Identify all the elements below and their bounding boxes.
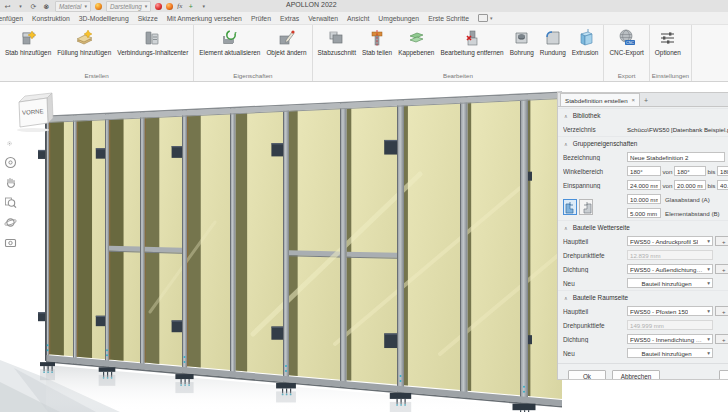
menu-tab-extras[interactable]: Extras — [280, 15, 299, 22]
menu-tab-skizze[interactable]: Skizze — [138, 15, 158, 22]
redo-icon[interactable]: ▾ — [16, 2, 25, 11]
bohrung-button[interactable]: Bohrung — [507, 27, 537, 70]
cancel-button[interactable]: Abbrechen — [612, 370, 660, 380]
zoom-icon[interactable] — [4, 196, 17, 209]
neu-bauteil-hinzuf-gen-dropdown[interactable]: Bauteil hinzufügen▾ — [627, 348, 713, 358]
close-icon[interactable]: × — [632, 97, 636, 103]
dichtung-dropdown[interactable]: FWS50 - Innendichtung 9mm▾ — [627, 334, 713, 344]
facade-3d-model[interactable] — [0, 82, 562, 412]
update-icon[interactable]: ⟳ — [29, 2, 38, 11]
viewcube-shadow — [17, 128, 49, 132]
material-combobox[interactable]: Material ▾ — [55, 1, 91, 12]
profile-seat-right-button[interactable] — [579, 199, 593, 215]
bearbeitung-entfernen-button[interactable]: Bearbeitung entfernen — [437, 27, 506, 70]
menu-tab-erste-schritte[interactable]: Erste Schritte — [428, 15, 469, 22]
einspannung-value-input[interactable] — [627, 180, 661, 190]
ribbon-group-label: Erstellen — [2, 70, 191, 81]
chevron-down-icon: ▾ — [145, 3, 148, 9]
options-icon — [658, 28, 677, 47]
remove-edit-icon — [463, 28, 482, 47]
apply-button-partial[interactable] — [719, 370, 728, 380]
chevron-down-icon: ▾ — [707, 308, 710, 314]
settings-gear-icon[interactable] — [6, 140, 15, 149]
menu-tab-3d-modellierung[interactable]: 3D-Modellierung — [79, 15, 129, 22]
steering-wheel-icon[interactable] — [4, 156, 17, 169]
stab-hinzuf-gen-button[interactable]: Stab hinzufügen — [2, 27, 54, 70]
add-component-button[interactable]: + — [715, 236, 728, 246]
hauptteil-dropdown[interactable]: FWS50 - Andruckprofil SI▾ — [627, 236, 713, 246]
menu-tab-verwalten[interactable]: Verwalten — [308, 15, 338, 22]
material-combobox-value: Material — [59, 3, 81, 10]
ok-button[interactable]: Ok — [568, 370, 606, 380]
range-word: bis — [706, 182, 717, 189]
extrusion-button[interactable]: Extrusion — [569, 27, 602, 70]
menu-tab-umgebungen[interactable]: Umgebungen — [378, 15, 419, 22]
stab-add-icon — [19, 28, 38, 47]
field-label: Hauptteil — [563, 238, 627, 245]
add-icon[interactable]: + — [186, 2, 195, 11]
add-component-button[interactable]: + — [715, 264, 728, 274]
content-center-icon — [143, 28, 162, 47]
verbindungs-inhaltcenter-button[interactable]: Verbindungs-Inhaltcenter — [114, 27, 191, 70]
darstellung-combobox[interactable]: Darstellung ▾ — [106, 1, 151, 12]
elementabstand-b-input[interactable] — [627, 208, 661, 218]
look-at-icon[interactable] — [4, 236, 17, 249]
dichtung-dropdown[interactable]: FWS50 - Außendichtung 5mm▾ — [627, 264, 713, 274]
undo-icon[interactable]: ↩ — [3, 2, 12, 11]
kappebenen-button[interactable]: Kappebenen — [395, 27, 437, 70]
viewport-3d[interactable]: VORNE — [0, 82, 562, 412]
stabzuschnitt-button[interactable]: Stabzuschnitt — [315, 27, 359, 70]
distance-fields: Glasabstand (A)Elementabstand (B) — [627, 192, 728, 220]
cnc-export-button[interactable]: CNCCNC-Export — [606, 27, 646, 70]
einspannung-min-input[interactable] — [674, 180, 706, 190]
hauptteil-dropdown[interactable]: FWS50 - Pfosten 150▾ — [627, 306, 713, 316]
render-icon[interactable]: ⊗ — [42, 2, 51, 11]
field-label: Einspannung — [563, 182, 627, 189]
panel-row-hauptteil: HauptteilFWS50 - Pfosten 150▾+ — [558, 304, 728, 318]
menu-tab-ansicht[interactable]: Ansicht — [347, 15, 369, 22]
drehpunkttiefe-input — [627, 250, 713, 260]
objekt-ndern-button[interactable]: Objekt ändern — [263, 27, 309, 70]
appearance-sphere-icon[interactable] — [95, 3, 102, 10]
element-aktualisieren-button[interactable]: Element aktualisieren — [196, 27, 263, 70]
winkelbereich-value-input[interactable] — [627, 166, 661, 176]
collapse-chevron-icon[interactable]: ∧ — [564, 295, 568, 301]
new-tab-button[interactable]: + — [640, 95, 652, 106]
collapse-chevron-icon[interactable]: ∧ — [564, 141, 568, 147]
collapse-chevron-icon[interactable]: ∧ — [564, 225, 568, 231]
menu-tab-zusammenf-gen[interactable]: Zusammenfügen — [0, 15, 23, 22]
menu-tab-pr-fen[interactable]: Prüfen — [251, 15, 271, 22]
panel-row-neu: NeuBauteil hinzufügen▾ — [558, 276, 728, 290]
bezeichnung-input[interactable] — [627, 152, 725, 162]
tab-stabdefinition-erstellen[interactable]: Stabdefinition erstellen × — [560, 93, 640, 106]
winkelbereich-max-input[interactable] — [717, 166, 728, 176]
parameters-fx-icon[interactable]: fx — [177, 2, 182, 10]
f-llung-hinzuf-gen-button[interactable]: Füllung hinzufügen — [54, 27, 114, 70]
color-sphere-icon[interactable] — [155, 3, 162, 10]
profile-seat-left-button[interactable] — [563, 199, 577, 215]
section-header-bauteile-wetterseite[interactable]: ∧Bauteile Wetterseite — [558, 220, 728, 234]
texture-sphere-icon[interactable] — [166, 3, 173, 10]
add-component-button[interactable]: + — [715, 334, 728, 344]
ribbon-display-options-button[interactable]: ▾ — [478, 14, 493, 22]
rundung-button[interactable]: Rundung — [537, 27, 569, 70]
navigation-bar — [2, 140, 18, 249]
fill-add-icon — [75, 28, 94, 47]
menu-tab-konstruktion[interactable]: Konstruktion — [32, 15, 70, 22]
winkelbereich-min-input[interactable] — [674, 166, 706, 176]
viewcube[interactable]: VORNE — [6, 86, 58, 134]
section-header-bibliothek[interactable]: ∧Bibliothek — [558, 108, 728, 122]
glasabstand-a-input[interactable] — [627, 194, 661, 204]
einspannung-max-input[interactable] — [717, 180, 728, 190]
section-header-bauteile-raumseite[interactable]: ∧Bauteile Raumseite — [558, 290, 728, 304]
menu-tab-mit-anmerkung-versehen[interactable]: Mit Anmerkung versehen — [167, 15, 242, 22]
section-header-gruppeneigenschaften[interactable]: ∧Gruppeneigenschaften — [558, 136, 728, 150]
neu-bauteil-hinzuf-gen-dropdown[interactable]: Bauteil hinzufügen▾ — [627, 278, 713, 288]
optionen-button[interactable]: Optionen — [652, 27, 684, 70]
collapse-chevron-icon[interactable]: ∧ — [564, 113, 568, 119]
orbit-icon[interactable] — [4, 216, 17, 229]
add-component-button[interactable]: + — [715, 306, 728, 316]
customize-toolbar-icon[interactable]: ▾ — [199, 2, 208, 11]
pan-hand-icon[interactable] — [4, 176, 17, 189]
stab-teilen-button[interactable]: Stab teilen — [359, 27, 395, 70]
